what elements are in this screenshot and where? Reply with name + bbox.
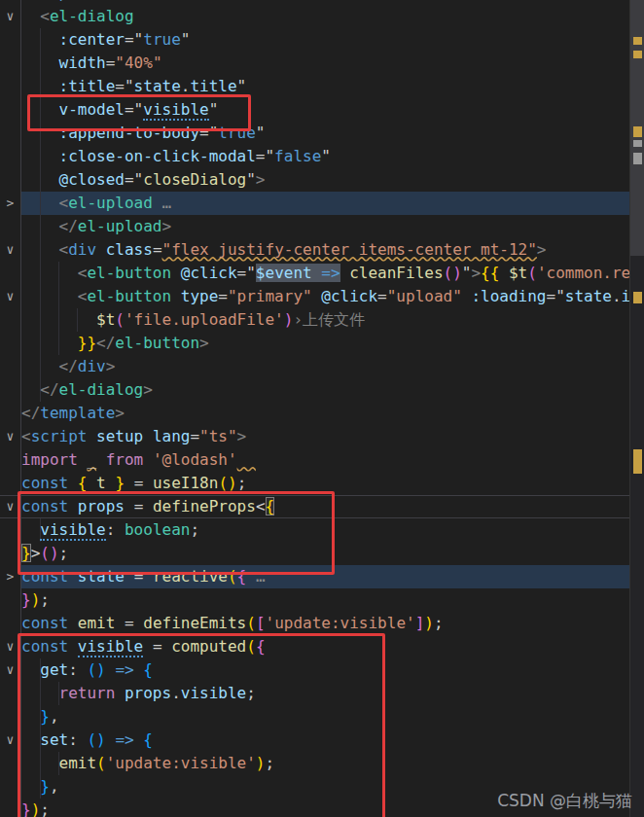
overview-ruler-mark xyxy=(633,292,642,303)
code-line[interactable]: <el-button type="primary" @click="upload… xyxy=(21,285,644,308)
code-editor: ∨>∨∨∨∨>∨∨∨ <template> <el-dialog :center… xyxy=(0,0,644,817)
code-line[interactable]: :center="true" xyxy=(21,28,644,52)
fold-collapse-icon[interactable]: ∨ xyxy=(1,425,19,448)
scrollbar[interactable] xyxy=(629,0,644,817)
annotation-box-props xyxy=(18,491,335,575)
overview-ruler-mark xyxy=(633,37,642,45)
code-line[interactable]: $t('file.uploadFile')›上传文件 xyxy=(21,308,644,332)
code-line[interactable]: <el-button @click="$event => cleanFiles(… xyxy=(21,262,644,285)
code-line[interactable]: </el-dialog> xyxy=(21,378,644,402)
fold-collapse-icon[interactable]: ∨ xyxy=(1,285,19,308)
code-line[interactable]: <el-upload … xyxy=(21,192,644,215)
code-line[interactable]: width="40%" xyxy=(21,52,644,75)
overview-ruler-mark xyxy=(633,126,642,137)
code-line[interactable]: </template> xyxy=(21,402,644,425)
overview-ruler-mark xyxy=(633,449,642,474)
code-line[interactable]: }}</el-button> xyxy=(21,332,644,355)
code-line[interactable]: <el-dialog xyxy=(21,5,644,28)
code-line[interactable]: }); xyxy=(21,588,644,612)
fold-collapse-icon[interactable]: ∨ xyxy=(1,238,19,262)
overview-ruler-mark xyxy=(633,51,642,58)
code-line[interactable]: <script setup lang="ts"> xyxy=(21,425,644,448)
code-line[interactable]: const emit = defineEmits(['update:visibl… xyxy=(21,612,644,635)
code-line[interactable]: </el-upload> xyxy=(21,215,644,238)
fold-collapse-icon[interactable]: ∨ xyxy=(1,5,19,28)
code-line[interactable]: :close-on-click-modal="false" xyxy=(21,145,644,168)
annotation-box-v-model xyxy=(27,94,251,131)
code-line[interactable]: </div> xyxy=(21,355,644,378)
overview-ruler-mark xyxy=(633,153,642,164)
annotation-box-computed xyxy=(18,633,385,817)
overview-ruler-mark xyxy=(633,140,642,147)
watermark: CSDN @白桃与猫 xyxy=(497,789,632,812)
code-line[interactable]: import _ from '@lodash' xyxy=(21,448,644,472)
fold-expand-icon[interactable]: > xyxy=(1,192,19,215)
code-line[interactable]: @closed="closeDialog"> xyxy=(21,168,644,192)
code-line[interactable]: <div class="flex justify-center items-ce… xyxy=(21,238,644,262)
